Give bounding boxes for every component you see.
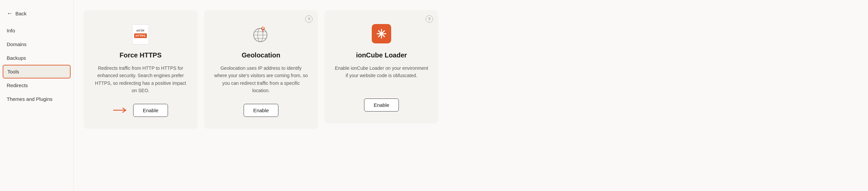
ioncube-icon — [372, 22, 391, 45]
https-icon: HTTP HTTPS — [131, 22, 150, 45]
sidebar-item-themes-plugins[interactable]: Themes and Plugins — [0, 92, 73, 106]
geolocation-icon — [251, 22, 271, 45]
geolocation-title: Geolocation — [242, 51, 280, 59]
sidebar-item-tools[interactable]: Tools — [3, 65, 71, 78]
ioncube-enable-button[interactable]: Enable — [364, 99, 399, 112]
geolocation-desc: Geolocation uses IP address to identify … — [214, 65, 308, 94]
ioncube-help-icon[interactable]: ? — [426, 15, 433, 23]
ioncube-title: ionCube Loader — [356, 51, 407, 59]
sidebar-item-redirects[interactable]: Redirects — [0, 78, 73, 92]
force-https-enable-button[interactable]: Enable — [133, 104, 168, 117]
force-https-title: Force HTTPS — [120, 51, 162, 59]
arrow-right-icon — [113, 107, 128, 113]
sidebar-item-backups[interactable]: Backups — [0, 51, 73, 65]
geolocation-help-icon[interactable]: ? — [305, 15, 313, 23]
force-https-footer: Enable — [113, 104, 168, 117]
sidebar: ← Back Info Domains Backups Tools Redire… — [0, 0, 73, 191]
ioncube-card: ? ionCube Loader Enable ionCube Loader o… — [324, 10, 438, 123]
geolocation-footer: Enable — [244, 104, 279, 117]
force-https-desc: Redirects traffic from HTTP to HTTPS for… — [94, 65, 187, 94]
svg-point-7 — [262, 27, 264, 29]
back-arrow-icon: ← — [7, 10, 13, 17]
main-content: HTTP HTTPS Force HTTPS Redirects traffic… — [73, 0, 868, 191]
geolocation-card: ? Geolocation Geolocation uses IP addres… — [204, 10, 318, 129]
ioncube-desc: Enable ionCube Loader on your environmen… — [335, 65, 428, 89]
sidebar-nav: Info Domains Backups Tools Redirects The… — [0, 24, 73, 106]
ioncube-footer: Enable — [364, 99, 399, 112]
sidebar-item-info[interactable]: Info — [0, 24, 73, 37]
back-label: Back — [16, 11, 26, 16]
force-https-card: HTTP HTTPS Force HTTPS Redirects traffic… — [84, 10, 197, 129]
back-button[interactable]: ← Back — [0, 7, 73, 24]
geolocation-enable-button[interactable]: Enable — [244, 104, 279, 117]
sidebar-item-domains[interactable]: Domains — [0, 37, 73, 51]
